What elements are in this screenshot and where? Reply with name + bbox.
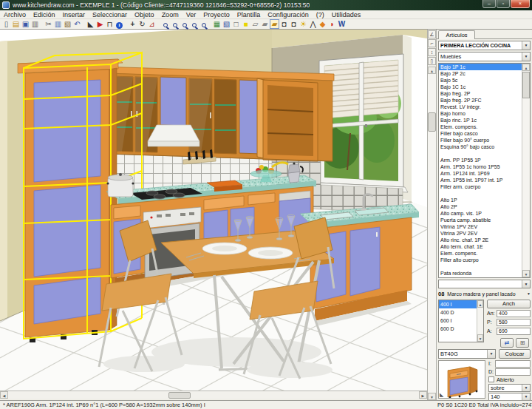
color-elevation-view-icon[interactable]: ■ [241, 19, 250, 29]
minimize-button[interactable]: – [482, 0, 496, 8]
left-gap-field[interactable] [495, 360, 531, 368]
variant-item-400-i[interactable]: 400 I [439, 300, 477, 308]
right-gap-field[interactable] [495, 368, 531, 376]
menu-configuracion[interactable]: Configuración [264, 10, 313, 19]
dropdown-arrow-icon[interactable]: ▼ [522, 385, 530, 391]
menu-zoom[interactable]: Zoom [158, 10, 183, 19]
menu-insertar[interactable]: Insertar [59, 10, 89, 19]
extractor-hood[interactable] [148, 125, 200, 146]
vertical-dimension-icon[interactable]: ↕ [428, 48, 436, 56]
article-item-arm-1p124-int-1p69[interactable]: Arm. 1P124 int. 1P69 [439, 170, 522, 177]
angle-tool-icon[interactable]: ∠ [428, 30, 436, 38]
article-item-alto-camp-vis-1p[interactable]: Alto camp. vis. 1P [439, 210, 522, 217]
dimension-value-field[interactable]: 690 [497, 328, 531, 335]
dimension-icon[interactable]: ⊓ [105, 19, 115, 29]
export-icon[interactable]: ◗ [327, 19, 337, 29]
article-list[interactable]: Bajo 1P 1cBajo 2P 2cBajo 5cBajo 1C 1cBaj… [438, 63, 531, 278]
word-export-icon[interactable]: W [337, 19, 347, 29]
article-item-blank[interactable] [439, 190, 522, 197]
place-object-icon[interactable]: ▶ [95, 19, 105, 29]
hood-upper-cabinet[interactable] [160, 77, 186, 126]
corner-tool-icon[interactable]: ⌐ [428, 39, 436, 47]
article-item-bajo-freg-2p[interactable]: Bajo freg. 2P [439, 90, 522, 97]
reference-select[interactable]: BT40G ▼ [438, 349, 496, 359]
scene-canvas[interactable] [0, 30, 427, 391]
menu-item[interactable]: (?) [313, 10, 328, 19]
white-plan-view-icon[interactable]: □ [231, 19, 241, 29]
scroll-thumb[interactable] [522, 72, 530, 98]
width-button[interactable]: Anch [487, 300, 531, 308]
article-item-elem-compens[interactable]: Elem. compens. [439, 124, 522, 130]
menu-plantilla[interactable]: Plantilla [233, 10, 265, 19]
article-item-bajo-rinc-1p-1c[interactable]: Bajo rinc. 1P 1c [439, 117, 522, 124]
zoom-full-icon[interactable] [189, 19, 199, 29]
tab-articulos[interactable]: Artículos [438, 30, 475, 39]
new-document-icon[interactable]: ▯ [1, 19, 11, 29]
vertical-scroll-thumb[interactable] [428, 112, 436, 132]
article-item-filler-bajo-90-cuerpo[interactable]: Filler bajo 90° cuerpo [439, 137, 522, 143]
article-item-pata-redonda[interactable]: Pata redonda [439, 270, 522, 277]
menu-objeto[interactable]: Objeto [131, 10, 158, 19]
menu-proyecto[interactable]: Proyecto [200, 10, 233, 19]
cut-icon[interactable]: ✂ [44, 19, 53, 29]
slope-icon[interactable]: ⊿ [147, 19, 157, 29]
open-checkbox[interactable] [488, 376, 494, 382]
dropdown-arrow-icon[interactable]: ▼ [522, 393, 530, 400]
perspective-view-icon[interactable]: ▰ [270, 19, 279, 29]
corner-upper-cabinet-open[interactable] [257, 78, 318, 161]
article-item-bajo-1c-1c[interactable]: Bajo 1C 1c [439, 84, 522, 90]
plan-view-icon[interactable]: ▦ [212, 19, 222, 29]
place-button[interactable]: Colocar [499, 349, 531, 359]
dropdown-arrow-icon[interactable]: ▼ [487, 350, 495, 358]
article-item-vitrina-2pv-2ev[interactable]: Vitrina 2PV 2EV [439, 230, 522, 237]
block-icon[interactable]: ◆ [318, 19, 327, 29]
scroll-up-icon[interactable]: ▲ [477, 300, 483, 308]
close-button[interactable]: × [511, 0, 530, 8]
article-item-revest-lv-integr[interactable]: Revest. LV integr. [439, 104, 522, 110]
scroll-down-icon[interactable]: ▼ [477, 334, 483, 342]
dimension-value-field[interactable]: 580 [497, 319, 531, 326]
article-item-bajo-freg-2p-2fc[interactable]: Bajo freg. 2P 2FC [439, 97, 522, 104]
horizontal-scroll-thumb[interactable] [168, 392, 191, 399]
article-item-alto-rinc-chaf-1p-2e[interactable]: Alto rinc. chaf. 1P 2E [439, 237, 522, 243]
scroll-up-icon[interactable]: ▲ [428, 67, 436, 74]
article-item-puerta-camp-abatible[interactable]: Puerta camp. abatible [439, 217, 522, 223]
category-select[interactable]: Muebles ▼ [438, 52, 531, 61]
upper-cabinets[interactable] [100, 67, 334, 161]
sheet-icon[interactable]: ▯ [428, 57, 436, 65]
scroll-up-icon[interactable]: ▲ [522, 64, 530, 71]
scroll-down-icon[interactable]: ▼ [428, 393, 436, 400]
article-item-vitrina-1pv-2ev[interactable]: Vitrina 1PV 2EV [439, 223, 522, 230]
article-item-filler-alto-cuerpo[interactable]: Filler alto cuerpo [439, 257, 522, 263]
info-icon[interactable]: i [115, 19, 124, 29]
article-item-elem-compens[interactable]: Elem. compens. [439, 250, 522, 257]
move-icon[interactable]: + [128, 19, 137, 29]
article-list-scrollbar[interactable]: ▲ ▼ [522, 64, 530, 277]
catalog-select[interactable]: PRIMERA LECCIÓN COCINA ▼ [438, 41, 531, 50]
axonometry-solid-view-icon[interactable]: ▰ [260, 19, 270, 29]
glass-door-cabinet[interactable] [214, 79, 236, 154]
article-item-bajo-1p-1c[interactable]: Bajo 1P 1c [439, 64, 522, 70]
menu-seleccionar[interactable]: Seleccionar [89, 10, 131, 19]
rotate-icon[interactable]: ↻ [137, 19, 147, 29]
dropdown-arrow-icon[interactable]: ▼ [522, 280, 530, 288]
article-item-arm-pp-1p55-1p[interactable]: Arm. PP 1P55 1P [439, 157, 522, 163]
series-select[interactable]: ▼ [438, 280, 531, 288]
resize-handle-icon[interactable]: ◣ [440, 392, 443, 397]
undo-icon[interactable]: ↶ [72, 19, 82, 29]
article-item-esquina-90-bajo-casco[interactable]: Esquina 90° bajo casco [439, 143, 522, 150]
price-info-icon[interactable]: ⊞ [516, 338, 529, 348]
variant-list-scrollbar[interactable]: ▲ ▼ [477, 300, 483, 342]
article-item-arm-1p55-int-1p97-int-1p[interactable]: Arm. 1P55 int. 1P97 int. 1P [439, 177, 522, 183]
menu-archivo[interactable]: Archivo [0, 10, 30, 19]
zoom-in-icon[interactable] [160, 19, 170, 29]
save-icon[interactable]: ▣ [21, 19, 30, 29]
render-light-icon[interactable]: ☀ [299, 19, 308, 29]
horizontal-scrollbar[interactable]: ◀ ▶ [0, 391, 427, 399]
open-folder-icon[interactable]: ▤ [11, 19, 21, 29]
dropdown-arrow-icon[interactable]: ▼ [527, 290, 531, 298]
article-item-alto-2p[interactable]: Alto 2P [439, 203, 522, 210]
print-icon[interactable]: ▥ [30, 19, 40, 29]
paste-icon[interactable]: ▧ [63, 19, 72, 29]
article-item-filler-bajo-casco[interactable]: Filler bajo casco [439, 130, 522, 137]
